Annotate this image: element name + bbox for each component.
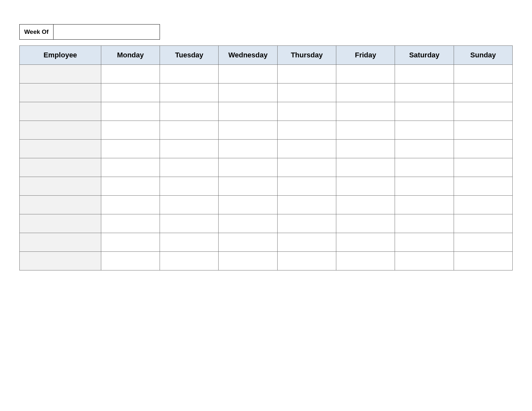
employee-cell[interactable]: [20, 102, 101, 121]
schedule-cell[interactable]: [219, 158, 277, 177]
schedule-cell[interactable]: [101, 177, 160, 196]
schedule-cell[interactable]: [101, 252, 160, 270]
table-row: [20, 177, 513, 196]
employee-cell[interactable]: [20, 65, 101, 83]
employee-cell[interactable]: [20, 177, 101, 196]
schedule-cell[interactable]: [277, 214, 336, 233]
schedule-cell[interactable]: [336, 83, 395, 102]
schedule-cell[interactable]: [101, 158, 160, 177]
schedule-cell[interactable]: [160, 158, 219, 177]
schedule-cell[interactable]: [454, 121, 512, 140]
schedule-cell[interactable]: [101, 214, 160, 233]
schedule-cell[interactable]: [395, 214, 454, 233]
schedule-cell[interactable]: [160, 102, 219, 121]
schedule-cell[interactable]: [395, 140, 454, 158]
schedule-cell[interactable]: [395, 158, 454, 177]
schedule-cell[interactable]: [160, 140, 219, 158]
table-row: [20, 233, 513, 252]
schedule-cell[interactable]: [101, 233, 160, 252]
schedule-cell[interactable]: [101, 196, 160, 214]
schedule-cell[interactable]: [277, 196, 336, 214]
table-row: [20, 83, 513, 102]
week-of-container: Week Of: [19, 24, 513, 40]
schedule-cell[interactable]: [336, 233, 395, 252]
schedule-cell[interactable]: [160, 83, 219, 102]
schedule-cell[interactable]: [277, 252, 336, 270]
schedule-cell[interactable]: [277, 140, 336, 158]
schedule-cell[interactable]: [454, 233, 512, 252]
schedule-cell[interactable]: [395, 121, 454, 140]
schedule-cell[interactable]: [277, 233, 336, 252]
employee-cell[interactable]: [20, 140, 101, 158]
table-row: [20, 196, 513, 214]
schedule-cell[interactable]: [219, 233, 277, 252]
schedule-cell[interactable]: [219, 140, 277, 158]
schedule-cell[interactable]: [219, 83, 277, 102]
schedule-cell[interactable]: [395, 102, 454, 121]
schedule-cell[interactable]: [219, 252, 277, 270]
schedule-cell[interactable]: [454, 140, 512, 158]
table-row: [20, 158, 513, 177]
schedule-cell[interactable]: [219, 121, 277, 140]
schedule-cell[interactable]: [454, 177, 512, 196]
schedule-cell[interactable]: [101, 140, 160, 158]
employee-cell[interactable]: [20, 158, 101, 177]
schedule-cell[interactable]: [160, 214, 219, 233]
schedule-cell[interactable]: [277, 102, 336, 121]
schedule-cell[interactable]: [277, 158, 336, 177]
schedule-cell[interactable]: [395, 196, 454, 214]
schedule-cell[interactable]: [336, 252, 395, 270]
schedule-cell[interactable]: [160, 65, 219, 83]
schedule-cell[interactable]: [336, 140, 395, 158]
schedule-cell[interactable]: [336, 177, 395, 196]
schedule-cell[interactable]: [336, 65, 395, 83]
schedule-cell[interactable]: [277, 121, 336, 140]
schedule-cell[interactable]: [160, 252, 219, 270]
schedule-cell[interactable]: [395, 252, 454, 270]
schedule-cell[interactable]: [336, 102, 395, 121]
week-of-label: Week Of: [19, 24, 54, 40]
schedule-cell[interactable]: [454, 214, 512, 233]
employee-cell[interactable]: [20, 233, 101, 252]
week-of-input[interactable]: [54, 24, 160, 40]
schedule-cell[interactable]: [454, 196, 512, 214]
schedule-cell[interactable]: [395, 65, 454, 83]
schedule-cell[interactable]: [454, 102, 512, 121]
schedule-cell[interactable]: [101, 65, 160, 83]
employee-cell[interactable]: [20, 196, 101, 214]
schedule-cell[interactable]: [277, 177, 336, 196]
schedule-cell[interactable]: [160, 177, 219, 196]
employee-header: Employee: [20, 46, 101, 65]
day-header-saturday: Saturday: [395, 46, 454, 65]
schedule-cell[interactable]: [219, 102, 277, 121]
schedule-cell[interactable]: [454, 65, 512, 83]
schedule-cell[interactable]: [336, 158, 395, 177]
schedule-cell[interactable]: [101, 121, 160, 140]
schedule-cell[interactable]: [277, 65, 336, 83]
schedule-cell[interactable]: [336, 121, 395, 140]
schedule-cell[interactable]: [395, 83, 454, 102]
schedule-cell[interactable]: [101, 83, 160, 102]
schedule-cell[interactable]: [219, 214, 277, 233]
schedule-cell[interactable]: [160, 121, 219, 140]
schedule-cell[interactable]: [336, 196, 395, 214]
employee-cell[interactable]: [20, 121, 101, 140]
schedule-cell[interactable]: [219, 196, 277, 214]
employee-cell[interactable]: [20, 214, 101, 233]
schedule-cell[interactable]: [101, 102, 160, 121]
schedule-cell[interactable]: [160, 196, 219, 214]
day-header-monday: Monday: [101, 46, 160, 65]
schedule-cell[interactable]: [395, 233, 454, 252]
schedule-cell[interactable]: [219, 177, 277, 196]
schedule-cell[interactable]: [454, 252, 512, 270]
schedule-cell[interactable]: [160, 233, 219, 252]
schedule-cell[interactable]: [454, 83, 512, 102]
schedule-cell[interactable]: [219, 65, 277, 83]
schedule-cell[interactable]: [277, 83, 336, 102]
schedule-cell[interactable]: [454, 158, 512, 177]
table-row: [20, 65, 513, 83]
schedule-cell[interactable]: [395, 177, 454, 196]
employee-cell[interactable]: [20, 252, 101, 270]
schedule-cell[interactable]: [336, 214, 395, 233]
employee-cell[interactable]: [20, 83, 101, 102]
